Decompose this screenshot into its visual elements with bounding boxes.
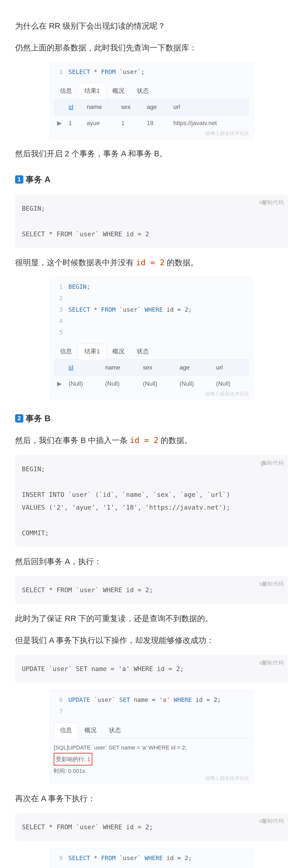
copy-button[interactable]: 复制代码 — [261, 579, 284, 589]
figure-2-null-result: 1BEGIN; 2 3SELECT * FROM `user` WHERE id… — [50, 277, 253, 400]
tab-info[interactable]: 信息 — [54, 343, 78, 359]
sql-editor: 6UPDATE `user` SET name = 'a' WHERE id =… — [50, 690, 253, 717]
figure-3-update-result: 6UPDATE `user` SET name = 'a' WHERE id =… — [50, 690, 253, 784]
codeblock-update: sql复制代码UPDATE `user` SET name = 'a' WHER… — [15, 655, 288, 683]
copy-button[interactable]: 复制代码 — [261, 458, 284, 468]
watermark: @稀土掘金技术社区 — [205, 774, 249, 783]
open-two-txn: 然后我们开启 2 个事务，事务 A 和事务 B。 — [15, 147, 288, 161]
figure-1-initial-select: 1SELECT * FROM `user`; 信息 结果1 概况 状态 idna… — [50, 62, 253, 139]
copy-button[interactable]: 复制代码 — [261, 197, 284, 208]
message-output: [SQL]UPDATE `user` SET name = 'a' WHERE … — [54, 738, 249, 776]
copy-button[interactable]: 复制代码 — [261, 657, 284, 668]
result-table: idnamesexageurl ▶(Null)(Null)(Null)(Null… — [54, 360, 249, 392]
section-b-heading: 2事务 B — [15, 411, 288, 426]
tab-info[interactable]: 信息 — [54, 83, 78, 99]
sql-editor: 9SELECT * FROM `user` WHERE id = 2; — [50, 848, 253, 864]
back-to-a-text: 然后回到事务 A，执行： — [15, 554, 288, 569]
tab-overview[interactable]: 概况 — [106, 83, 131, 99]
watermark: @稀土掘金技术社区 — [205, 129, 249, 138]
tab-status[interactable]: 状态 — [103, 722, 127, 738]
insert-intro-text: 然后，我们在事务 B 中插入一条 id = 2 的数据。 — [15, 433, 288, 447]
copy-button[interactable]: 复制代码 — [261, 816, 284, 826]
watermark: @稀土掘金技术社区 — [205, 390, 249, 398]
codeblock-insert: go复制代码BEGIN; INSERT INTO `user` (`id`, `… — [15, 455, 288, 547]
affected-rows-highlight: 受影响的行: 1 — [54, 753, 92, 766]
sql-editor: 1SELECT * FROM `user`; — [50, 62, 253, 78]
tab-overview[interactable]: 概况 — [106, 343, 131, 359]
tab-info[interactable]: 信息 — [54, 722, 78, 739]
sql-editor: 1BEGIN; 2 3SELECT * FROM `user` WHERE id… — [50, 277, 253, 338]
tab-status[interactable]: 状态 — [131, 343, 155, 359]
badge-1-icon: 1 — [15, 175, 23, 184]
result-tabs: 信息 结果1 概况 状态 — [54, 343, 249, 360]
select-again-text: 再次在 A 事务下执行： — [15, 792, 288, 806]
codeblock-select-id2: sql复制代码SELECT * FROM `user` WHERE id = 2… — [15, 576, 288, 604]
codeblock-select-again: sql复制代码SELECT * FROM `user` WHERE id = 2… — [15, 813, 288, 841]
tab-result1[interactable]: 结果1 — [78, 343, 106, 360]
result-tabs: 信息 概况 状态 — [54, 722, 249, 738]
tab-overview[interactable]: 概况 — [78, 722, 103, 738]
tab-result1[interactable]: 结果1 — [78, 83, 106, 99]
no-id2-text: 很明显，这个时候数据表中并没有 id = 2 的数据。 — [15, 255, 288, 270]
codeblock-begin-select: sql复制代码BEGIN; SELECT * FROM `user` WHERE… — [15, 194, 288, 248]
result-table: idnamesexageurl ▶1ayue118https://javatv.… — [54, 99, 249, 131]
result-tabs: 信息 结果1 概况 状态 — [54, 83, 249, 99]
intro-line2: 仍然上面的那条数据，此时我们先查询一下数据库： — [15, 41, 288, 55]
tab-status[interactable]: 状态 — [131, 83, 155, 99]
update-succeeds-text: 但是我们 A 事务下执行以下操作，却发现能够修改成功： — [15, 633, 288, 648]
intro-question: 为什么在 RR 级别下会出现幻读的情况呢？ — [15, 19, 288, 33]
figure-4-phantom-read: 9SELECT * FROM `user` WHERE id = 2; 信息 结… — [50, 848, 253, 868]
section-a-heading: 1事务 A — [15, 172, 288, 187]
still-no-result-text: 此时为了保证 RR 下的可重复读，还是查询不到数据的。 — [15, 611, 288, 626]
badge-2-icon: 2 — [15, 414, 23, 423]
